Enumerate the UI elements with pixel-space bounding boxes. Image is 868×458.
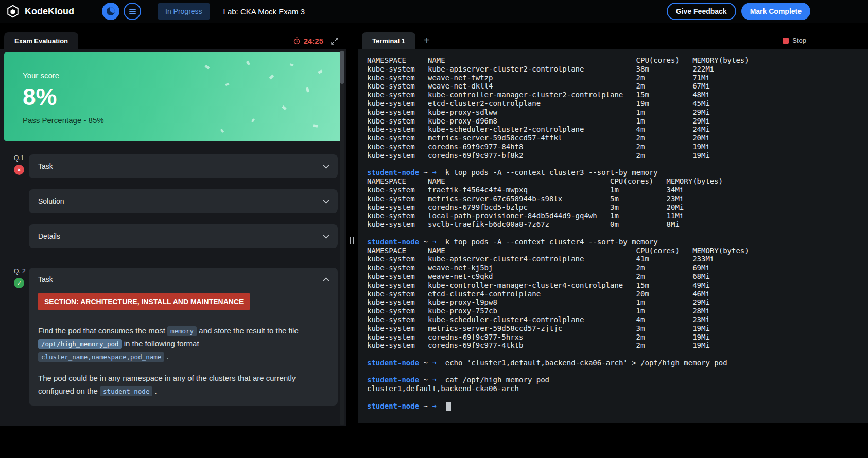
left-tabbar: Exam Evaluation 24:25 bbox=[0, 32, 346, 49]
terminal-table-row: kube-system kube-scheduler-cluster4-cont… bbox=[367, 315, 868, 324]
terminal-table-row: kube-system weave-net-dkll4 2m 67Mi bbox=[367, 82, 868, 91]
kodekloud-logo-icon bbox=[6, 5, 20, 18]
prompt-user: student-node bbox=[367, 168, 419, 177]
prompt-arrow-icon: ➜ bbox=[432, 168, 436, 177]
terminal-table-row: kube-system traefik-f4564c4f4-mwpxq 1m 3… bbox=[367, 186, 868, 195]
exam-evaluation-pane: Exam Evaluation 24:25 bbox=[0, 23, 346, 458]
timer-value: 24:25 bbox=[304, 37, 323, 45]
exam-evaluation-content: Your score 8% Pass Percentage - 85% Q.1×… bbox=[0, 49, 346, 426]
terminal-table-row: kube-system metrics-server-59d58ccd57-4t… bbox=[367, 134, 868, 143]
prompt-path: ~ bbox=[424, 238, 428, 246]
terminal-blank-line bbox=[367, 367, 868, 376]
status-badge: In Progress bbox=[158, 3, 210, 20]
prompt-arrow-icon: ➜ bbox=[432, 238, 436, 246]
accordion-header[interactable]: Task bbox=[38, 162, 328, 170]
prompt-space bbox=[419, 238, 423, 246]
task-paragraph: The pod could be in any namespace in any… bbox=[38, 372, 326, 398]
question-gutter: Q. 2✓ bbox=[0, 268, 29, 406]
prompt-space bbox=[419, 359, 423, 367]
terminal-prompt-line: student-node ~ ➜ k top pods -A --context… bbox=[367, 168, 868, 177]
inline-code: student-node bbox=[100, 386, 152, 396]
terminal-cursor[interactable] bbox=[446, 402, 451, 411]
fail-x-icon: × bbox=[14, 165, 24, 175]
command-text bbox=[437, 402, 445, 410]
theme-toggle-button[interactable] bbox=[102, 3, 119, 20]
prompt-arrow-icon: ➜ bbox=[432, 402, 436, 410]
prompt-arrow-icon: ➜ bbox=[432, 359, 436, 367]
prompt-space bbox=[419, 402, 423, 410]
text-run: Find the pod that consumes the most bbox=[38, 326, 167, 335]
terminal-table-header: NAMESPACE NAME CPU(cores) MEMORY(bytes) bbox=[367, 177, 868, 186]
stop-label: Stop bbox=[792, 37, 806, 44]
command-text: echo 'cluster1,default,backend-cka06-arc… bbox=[437, 359, 727, 367]
text-run: . bbox=[152, 386, 157, 395]
terminal-table-row: kube-system kube-apiserver-cluster4-cont… bbox=[367, 255, 868, 263]
terminal-table-row: kube-system kube-controller-manager-clus… bbox=[367, 91, 868, 99]
accordion-header[interactable]: Solution bbox=[38, 197, 328, 205]
brand-name[interactable]: KodeKloud bbox=[25, 6, 74, 17]
prompt-user: student-node bbox=[367, 359, 419, 367]
accordion-header[interactable]: Task bbox=[38, 275, 328, 284]
terminal-table-row: kube-system kube-proxy-d96m8 1m 29Mi bbox=[367, 117, 868, 126]
new-terminal-button[interactable]: + bbox=[424, 35, 430, 45]
left-scrollbar-thumb[interactable] bbox=[340, 51, 344, 84]
question-block: Q.1×TaskSolutionDetails bbox=[0, 154, 346, 248]
terminal-pane: Terminal 1 + Stop NAMESPACE NAME CPU(cor… bbox=[358, 23, 868, 458]
question-label: Q. 2 bbox=[14, 268, 29, 275]
terminal-table-row: kube-system kube-scheduler-cluster2-cont… bbox=[367, 125, 868, 134]
terminal-table-row: kube-system metrics-server-67c658944b-s9… bbox=[367, 195, 868, 203]
terminal-table-row: kube-system local-path-provisioner-84db5… bbox=[367, 212, 868, 220]
terminal-table-row: kube-system coredns-69f9c977-5hrxs 2m 19… bbox=[367, 333, 868, 342]
accordion-solution[interactable]: Solution bbox=[29, 189, 338, 213]
accordion-header[interactable]: Details bbox=[38, 232, 328, 240]
tab-terminal-1[interactable]: Terminal 1 bbox=[362, 32, 415, 49]
expand-icon[interactable] bbox=[331, 37, 339, 45]
chevron-down-icon bbox=[323, 162, 329, 169]
score-label: Your score bbox=[23, 71, 323, 80]
resize-handle-icon[interactable] bbox=[350, 237, 354, 244]
prompt-space bbox=[419, 376, 423, 384]
kodekloud-logo[interactable] bbox=[6, 5, 20, 18]
tab-exam-evaluation-label: Exam Evaluation bbox=[14, 37, 68, 45]
prompt-user: student-node bbox=[367, 376, 419, 384]
tab-terminal-1-label: Terminal 1 bbox=[372, 37, 405, 45]
pane-resizer[interactable] bbox=[346, 23, 358, 458]
inline-code: memory bbox=[167, 326, 197, 336]
terminal-table-row: kube-system kube-proxy-l9pw8 1m 29Mi bbox=[367, 298, 868, 307]
score-value: 8% bbox=[23, 83, 323, 111]
give-feedback-button[interactable]: Give Feedback bbox=[667, 3, 736, 20]
prompt-path: ~ bbox=[424, 402, 428, 410]
score-card: Your score 8% Pass Percentage - 85% bbox=[4, 52, 342, 141]
terminal-body: NAMESPACE NAME CPU(cores) MEMORY(bytes)k… bbox=[358, 49, 868, 411]
terminal-table-row: kube-system metrics-server-59d58ccd57-zj… bbox=[367, 324, 868, 333]
pass-check-icon: ✓ bbox=[14, 278, 24, 288]
terminal-table-row: kube-system svclb-traefik-b6dc00a8-7z67z… bbox=[367, 220, 868, 229]
mark-complete-button[interactable]: Mark Complete bbox=[741, 3, 810, 20]
chevron-down-icon bbox=[323, 232, 329, 239]
moon-icon bbox=[107, 7, 115, 15]
terminal-table-row: kube-system weave-net-twtzp 2m 71Mi bbox=[367, 74, 868, 82]
terminal-table-row: kube-system kube-proxy-757cb 1m 28Mi bbox=[367, 307, 868, 315]
terminal-blank-line bbox=[367, 393, 868, 402]
accordion-task[interactable]: Task bbox=[29, 154, 338, 178]
tab-exam-evaluation[interactable]: Exam Evaluation bbox=[4, 32, 78, 49]
terminal-prompt-line: student-node ~ ➜ bbox=[367, 402, 868, 411]
terminal-table-header: NAMESPACE NAME CPU(cores) MEMORY(bytes) bbox=[367, 56, 868, 65]
pass-percentage: Pass Percentage - 85% bbox=[23, 116, 323, 125]
accordion-title: Solution bbox=[38, 197, 64, 205]
accordion-task[interactable]: TaskSECTION: ARCHITECTURE, INSTALL AND M… bbox=[29, 268, 338, 406]
question-gutter: Q.1× bbox=[0, 154, 29, 248]
question-label: Q.1 bbox=[14, 154, 29, 162]
terminal-content[interactable]: NAMESPACE NAME CPU(cores) MEMORY(bytes)k… bbox=[358, 49, 868, 423]
timer-icon bbox=[293, 37, 301, 45]
accordion-details[interactable]: Details bbox=[29, 224, 338, 248]
menu-button[interactable] bbox=[124, 3, 141, 20]
left-scrollbar[interactable] bbox=[340, 50, 344, 425]
terminal-output-line: cluster1,default,backend-cka06-arch bbox=[367, 384, 868, 393]
terminal-table-row: kube-system etcd-cluster2-controlplane 1… bbox=[367, 99, 868, 108]
terminal-prompt-line: student-node ~ ➜ cat /opt/high_memory_po… bbox=[367, 376, 868, 384]
stop-button[interactable]: Stop bbox=[783, 37, 806, 44]
terminal-table-row: kube-system coredns-69f9c977-4tktb 2m 19… bbox=[367, 341, 868, 350]
terminal-prompt-line: student-node ~ ➜ k top pods -A --context… bbox=[367, 238, 868, 246]
lab-title: Lab: CKA Mock Exam 3 bbox=[223, 7, 305, 16]
